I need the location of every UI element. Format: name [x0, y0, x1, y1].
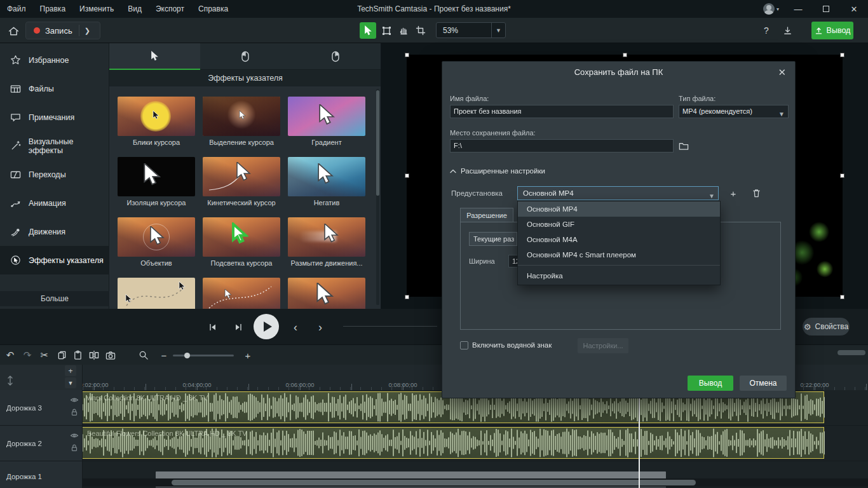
mini-scrollbar[interactable]	[837, 350, 865, 355]
watermark-settings-button[interactable]: Настройки...	[578, 338, 628, 353]
resize-handle-sw[interactable]	[405, 295, 409, 299]
close-button[interactable]: ✕	[840, 0, 868, 18]
zoom-in-button[interactable]: +	[240, 348, 255, 363]
tab-resolution[interactable]: Разрешение	[460, 208, 513, 222]
copy-button[interactable]	[54, 348, 69, 363]
previous-frame-button[interactable]	[205, 319, 221, 336]
effect-thumb-path[interactable]	[118, 278, 195, 309]
dropdown-option-smartplayer[interactable]: Основной MP4 с Smart плеером	[518, 247, 720, 262]
sidebar-item-behaviors[interactable]: Движения	[0, 217, 109, 246]
delete-preset-button[interactable]	[748, 186, 764, 200]
effect-thumb-kinetic[interactable]	[203, 157, 280, 196]
sidebar-item-annotations[interactable]: Примечания	[0, 103, 109, 132]
dialog-cancel-button[interactable]: Отмена	[740, 376, 787, 391]
next-frame-button[interactable]	[230, 319, 247, 336]
effect-thumb-highlight[interactable]	[203, 217, 280, 257]
panel-scrollbar[interactable]	[376, 89, 379, 305]
effect-thumb-motion-blur[interactable]	[288, 217, 365, 257]
help-button[interactable]: ?	[759, 23, 774, 38]
add-track-button[interactable]: +	[65, 365, 76, 376]
record-chevron-icon[interactable]: ❯	[79, 27, 95, 35]
sidebar-item-media[interactable]: Файлы	[0, 74, 109, 103]
home-button[interactable]	[5, 23, 22, 39]
redo-button[interactable]: ↷	[20, 348, 35, 363]
resize-handle-ne[interactable]	[840, 53, 844, 57]
maximize-button[interactable]	[812, 0, 840, 18]
track-options-button[interactable]: ▼	[65, 377, 76, 388]
effect-thumb-gradient[interactable]	[288, 97, 365, 136]
clip-track2[interactable]: Beautiful Flowers Collection 8K ULTRA HD…	[83, 427, 824, 459]
record-button[interactable]: Запись ❯	[25, 22, 100, 39]
zoom-timeline-button[interactable]	[136, 348, 151, 363]
effect-thumb-mountain-path[interactable]	[203, 278, 280, 309]
menu-help[interactable]: Справка	[191, 0, 235, 18]
eye-icon[interactable]	[70, 396, 79, 403]
export-button[interactable]: Вывод	[811, 22, 853, 39]
track-header-3[interactable]: Дорожка 3	[0, 390, 83, 426]
resize-handle-nw[interactable]	[405, 53, 409, 57]
paste-button[interactable]	[70, 348, 85, 363]
add-preset-button[interactable]: +	[725, 186, 742, 200]
crop-tool-button[interactable]	[412, 22, 429, 39]
pointer-tool-button[interactable]	[360, 22, 376, 39]
sidebar-item-transitions[interactable]: Переходы	[0, 160, 109, 189]
track-height-icon[interactable]	[5, 375, 15, 386]
effect-thumb-cursor-spotlight[interactable]	[203, 97, 280, 136]
zoom-level-select[interactable]: 53% ▼	[436, 22, 506, 38]
undo-button[interactable]: ↶	[3, 348, 18, 363]
effect-thumb-lens[interactable]	[118, 217, 195, 257]
transform-tool-button[interactable]	[378, 22, 395, 39]
resize-handle-w[interactable]	[405, 173, 409, 178]
effect-thumb-cursor-halo[interactable]	[118, 97, 195, 136]
cut-button[interactable]: ✂	[37, 348, 52, 363]
dropdown-option-gif[interactable]: Основной GIF	[518, 217, 720, 232]
timeline-zoom-slider[interactable]	[173, 355, 234, 356]
minimize-button[interactable]: —	[784, 0, 812, 18]
menu-modify[interactable]: Изменить	[72, 0, 121, 18]
sidebar-more-button[interactable]: Больше	[0, 291, 109, 306]
advanced-settings-toggle[interactable]: Расширенные настройки	[450, 167, 545, 175]
dropdown-option-custom[interactable]: Настройка	[518, 268, 720, 283]
effect-thumb-cursor-scale[interactable]	[288, 278, 365, 309]
scrollbar-thumb[interactable]	[376, 90, 379, 196]
dialog-export-button[interactable]: Вывод	[688, 376, 733, 391]
pan-tool-button[interactable]	[395, 22, 412, 39]
track-content[interactable]: Beautiful Flowers Collection 8K ULTRA HD…	[83, 426, 868, 461]
menu-export[interactable]: Экспорт	[149, 0, 191, 18]
properties-button[interactable]: ⚙ Свойства	[803, 318, 850, 336]
eye-icon[interactable]	[70, 432, 79, 439]
resize-handle-e[interactable]	[840, 173, 844, 178]
tab-right-click[interactable]	[290, 43, 381, 70]
sidebar-item-visual-effects[interactable]: Визуальные эффекты	[0, 132, 109, 160]
lock-icon[interactable]	[70, 444, 79, 452]
menu-file[interactable]: Файл	[0, 0, 33, 18]
current-size-button[interactable]: Текущие раз	[469, 232, 517, 246]
previous-clip-button[interactable]: ‹	[287, 319, 304, 336]
effect-thumb-isolation[interactable]	[118, 157, 195, 196]
play-button[interactable]	[254, 314, 279, 339]
effect-thumb-negative[interactable]	[288, 157, 365, 196]
hscrollbar-thumb[interactable]	[172, 480, 696, 485]
slider-handle[interactable]	[184, 353, 190, 358]
download-button[interactable]	[780, 23, 795, 38]
sidebar-item-favorites[interactable]: Избранное	[0, 46, 109, 74]
menu-view[interactable]: Вид	[121, 0, 149, 18]
track-header-2[interactable]: Дорожка 2	[0, 426, 83, 461]
browse-folder-button[interactable]	[676, 139, 691, 152]
sidebar-item-cursor-effects[interactable]: Эффекты указателя	[0, 246, 109, 274]
sidebar-item-animations[interactable]: Анимация	[0, 189, 109, 217]
track-header-1[interactable]: Дорожка 1	[0, 461, 83, 488]
menu-edit[interactable]: Правка	[33, 0, 73, 18]
snapshot-button[interactable]	[103, 348, 118, 363]
dropdown-option-m4a[interactable]: Основной M4A	[518, 232, 720, 247]
watermark-checkbox[interactable]	[460, 341, 468, 349]
resize-handle-n[interactable]	[623, 53, 627, 57]
account-button[interactable]: ▾	[758, 3, 784, 15]
zoom-out-button[interactable]: −	[156, 348, 172, 363]
next-clip-button[interactable]: ›	[312, 319, 329, 336]
location-input[interactable]: F:\	[450, 139, 674, 152]
tab-cursor[interactable]	[109, 43, 200, 70]
resize-handle-se[interactable]	[840, 295, 844, 299]
file-name-input[interactable]: Проект без названия	[450, 105, 674, 118]
dropdown-option-mp4[interactable]: Основной MP4	[518, 201, 720, 217]
